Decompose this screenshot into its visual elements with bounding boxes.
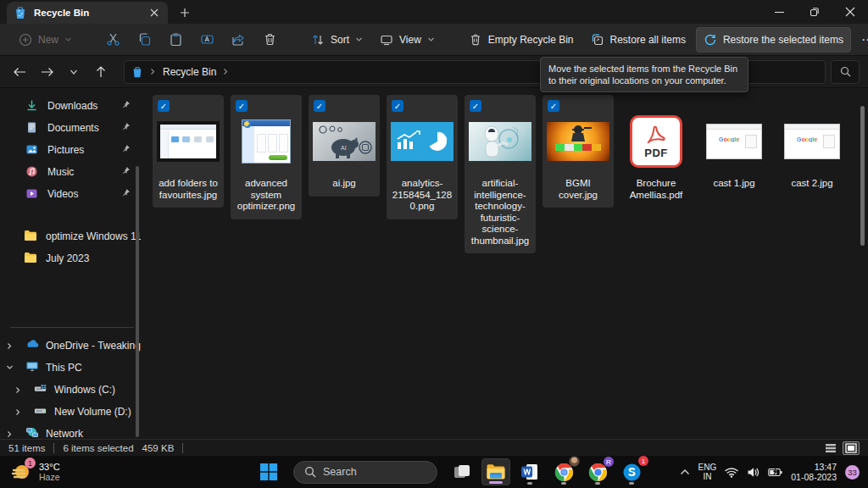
details-view-button[interactable] (822, 441, 839, 455)
recent-locations-chevron[interactable] (63, 61, 85, 83)
sidebar-item-optimize-windows-11[interactable]: optimize Windows 11 (0, 225, 142, 247)
file-tile[interactable]: ✓ artificial-intelligence-technology-fut… (465, 95, 536, 253)
restore-button[interactable] (797, 0, 832, 24)
word-taskbar-icon[interactable] (515, 458, 544, 485)
wifi-icon[interactable] (725, 467, 738, 478)
sidebar-item-network[interactable]: Network (0, 423, 142, 439)
skype-taskbar-icon[interactable]: 1 (617, 458, 646, 485)
file-grid: ✓ add folders to favourites.jpg ✓ advanc… (153, 95, 848, 253)
sidebar-item-label: This PC (46, 362, 82, 374)
breadcrumb-recycle-bin[interactable]: Recycle Bin (163, 66, 216, 78)
file-tile[interactable]: ✓ analytics-2158454_1280.png (387, 95, 458, 219)
thumbnail-view-button[interactable] (843, 441, 860, 455)
language-indicator[interactable]: ENG IN (698, 463, 717, 481)
file-tile[interactable]: ✓ add folders to favourites.jpg (153, 95, 224, 208)
sort-button[interactable]: Sort (304, 28, 370, 52)
chevron-right-icon[interactable] (0, 342, 19, 350)
new-button[interactable]: New (12, 28, 79, 52)
status-divider (53, 443, 54, 453)
checkbox-checked-icon[interactable]: ✓ (314, 100, 326, 112)
sidebar-item-documents[interactable]: Documents (0, 117, 142, 139)
restore-selected-items-button[interactable]: Restore the selected items (696, 27, 851, 53)
folder-icon (24, 252, 37, 265)
rename-button[interactable] (193, 27, 221, 52)
sidebar-item-music[interactable]: Music (0, 161, 142, 183)
explorer-tab[interactable]: Recycle Bin (7, 2, 168, 24)
checkbox-checked-icon[interactable]: ✓ (236, 100, 248, 112)
desktop: Recycle Bin New (0, 0, 868, 488)
weather-widget[interactable]: 1 33°C Haze (0, 461, 254, 483)
notification-count-badge[interactable]: 33 (845, 465, 860, 480)
pin-icon (121, 100, 131, 109)
file-tile[interactable]: ✓ BGMI cover.jpg (542, 95, 614, 208)
sidebar-item-new-volume-d[interactable]: New Volume (D:) (0, 401, 142, 423)
view-button[interactable]: View (373, 28, 442, 52)
sidebar-scrollbar[interactable] (136, 166, 139, 437)
sort-button-label: Sort (331, 34, 349, 46)
sidebar-item-this-pc[interactable]: This PC (0, 357, 142, 379)
pin-icon (121, 188, 131, 197)
task-view-button[interactable] (448, 458, 476, 485)
file-thumbnail: Google (702, 108, 766, 175)
sidebar-item-windows-c[interactable]: Windows (C:) (0, 379, 142, 401)
forward-button[interactable] (36, 61, 58, 83)
new-tab-icon[interactable] (178, 6, 192, 19)
status-divider (182, 443, 183, 453)
volume-icon[interactable] (747, 467, 760, 478)
chevron-right-icon[interactable] (8, 408, 27, 416)
file-name: add folders to favourites.jpg (156, 178, 220, 201)
chevron-right-icon[interactable] (8, 386, 27, 394)
copy-button[interactable] (131, 27, 159, 52)
search-box[interactable] (831, 60, 860, 84)
empty-recycle-bin-button[interactable]: Empty Recycle Bin (462, 28, 581, 52)
file-tile[interactable]: Google cast 1.jpg (698, 95, 770, 197)
taskbar-search[interactable]: Search (293, 461, 437, 484)
file-tile[interactable]: PDF Brochure Amellias.pdf (620, 95, 692, 208)
minimize-button[interactable] (761, 0, 797, 24)
tab-close-icon[interactable] (147, 6, 161, 19)
share-button[interactable] (225, 27, 253, 52)
clock[interactable]: 13:47 01-08-2023 (791, 462, 837, 482)
file-thumbnail (390, 108, 454, 175)
checkbox-checked-icon[interactable]: ✓ (470, 100, 481, 112)
close-button[interactable] (832, 0, 868, 24)
up-button[interactable] (90, 61, 112, 83)
file-tile[interactable]: Google cast 2.jpg (776, 95, 848, 197)
restore-all-items-label: Restore all items (610, 34, 686, 46)
weather-alert-badge: 1 (25, 458, 36, 469)
breadcrumb-chevron-icon[interactable] (222, 68, 230, 75)
battery-icon[interactable] (768, 468, 782, 477)
language-line1: ENG (698, 463, 717, 472)
see-more-button[interactable]: ⋯ (854, 27, 868, 53)
start-button[interactable] (254, 458, 283, 485)
checkbox-checked-icon[interactable]: ✓ (158, 100, 170, 112)
window-controls (761, 0, 868, 24)
paste-button[interactable] (162, 27, 190, 52)
sidebar-item-downloads[interactable]: Downloads (0, 95, 142, 117)
sidebar-item-pictures[interactable]: Pictures (0, 139, 142, 161)
tray-chevron-up-icon[interactable] (680, 469, 690, 475)
chrome-profile-avatar (569, 456, 580, 467)
file-tile[interactable]: ✓ AI ai.jpg (309, 95, 380, 197)
sidebar-item-july-2023[interactable]: July 2023 (0, 247, 142, 269)
content-scrollbar[interactable] (860, 106, 865, 246)
restore-all-items-button[interactable]: Restore all items (584, 28, 693, 52)
sidebar-item-videos[interactable]: Videos (0, 183, 142, 205)
file-tile[interactable]: ✓ advanced system optimizer.png (231, 95, 302, 219)
restore-selected-tooltip: Move the selected items from the Recycle… (540, 57, 748, 92)
chrome-taskbar-icon-2[interactable]: R (583, 458, 612, 485)
cut-button[interactable] (99, 27, 127, 52)
weather-haze-icon: 1 (10, 461, 32, 483)
documents-icon (25, 121, 39, 135)
checkbox-checked-icon[interactable]: ✓ (548, 100, 559, 112)
back-button[interactable] (8, 61, 31, 83)
chevron-down-icon[interactable] (0, 364, 19, 371)
pin-icon (121, 122, 131, 131)
chevron-right-icon[interactable] (0, 430, 19, 438)
chrome-taskbar-icon[interactable] (549, 458, 578, 485)
delete-button[interactable] (256, 27, 284, 52)
restore-selected-icon (704, 33, 717, 47)
sidebar-item-onedrive[interactable]: OneDrive - Tweaking Techn (0, 335, 142, 357)
checkbox-checked-icon[interactable]: ✓ (392, 100, 403, 112)
file-explorer-taskbar-icon[interactable] (481, 458, 510, 485)
